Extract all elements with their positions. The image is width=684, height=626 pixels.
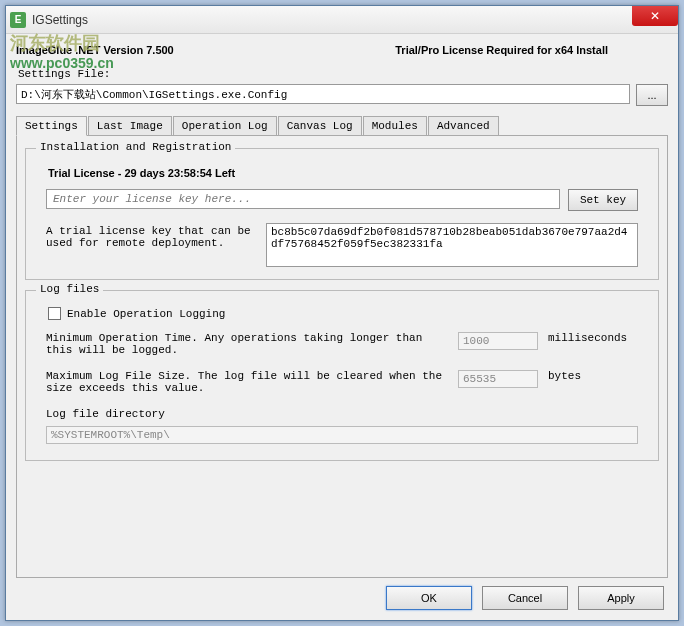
installation-group: Installation and Registration Trial Lice…: [25, 148, 659, 280]
set-key-button[interactable]: Set key: [568, 189, 638, 211]
license-key-input[interactable]: [46, 189, 560, 209]
log-dir-label: Log file directory: [46, 408, 638, 420]
logfiles-group-title: Log files: [36, 283, 103, 295]
tab-modules[interactable]: Modules: [363, 116, 427, 135]
tab-strip: Settings Last Image Operation Log Canvas…: [16, 116, 668, 136]
enable-logging-row: Enable Operation Logging: [48, 307, 646, 320]
log-dir-input[interactable]: [46, 426, 638, 444]
window-title: IGSettings: [32, 13, 88, 27]
trial-desc-text: A trial license key that can be used for…: [46, 223, 256, 267]
ok-button[interactable]: OK: [386, 586, 472, 610]
main-window: E IGSettings ✕ 河东软件园 www.pc0359.cn Image…: [5, 5, 679, 621]
tab-advanced[interactable]: Advanced: [428, 116, 499, 135]
header-row: ImageGlue .NET Version 7.500 Trial/Pro L…: [16, 40, 668, 66]
app-icon-letter: E: [15, 14, 22, 25]
tab-content: Installation and Registration Trial Lice…: [16, 136, 668, 578]
tab-last-image[interactable]: Last Image: [88, 116, 172, 135]
browse-button[interactable]: ...: [636, 84, 668, 106]
settings-file-label: Settings File:: [16, 66, 668, 84]
tab-operation-log[interactable]: Operation Log: [173, 116, 277, 135]
min-time-desc: Minimum Operation Time. Any operations t…: [46, 332, 448, 356]
trial-desc-row: A trial license key that can be used for…: [46, 223, 638, 267]
enable-logging-checkbox[interactable]: [48, 307, 61, 320]
max-size-unit: bytes: [548, 370, 638, 382]
tab-settings[interactable]: Settings: [16, 116, 87, 136]
min-time-unit: milliseconds: [548, 332, 638, 344]
content-area: ImageGlue .NET Version 7.500 Trial/Pro L…: [6, 34, 678, 620]
close-icon: ✕: [650, 9, 660, 23]
trial-notice: Trial/Pro License Required for x64 Insta…: [395, 44, 608, 56]
trial-key-display[interactable]: bc8b5c07da69df2b0f081d578710b28beab051da…: [266, 223, 638, 267]
installation-group-title: Installation and Registration: [36, 141, 235, 153]
version-label: ImageGlue .NET Version 7.500: [16, 44, 174, 56]
titlebar[interactable]: E IGSettings ✕: [6, 6, 678, 34]
cancel-button[interactable]: Cancel: [482, 586, 568, 610]
apply-button[interactable]: Apply: [578, 586, 664, 610]
logfiles-group: Log files Enable Operation Logging Minim…: [25, 290, 659, 461]
max-size-input[interactable]: [458, 370, 538, 388]
max-size-desc: Maximum Log File Size. The log file will…: [46, 370, 448, 394]
license-input-row: Set key: [46, 189, 638, 211]
trial-license-status: Trial License - 29 days 23:58:54 Left: [48, 167, 646, 179]
max-size-row: Maximum Log File Size. The log file will…: [46, 370, 638, 394]
enable-logging-label: Enable Operation Logging: [67, 308, 225, 320]
tab-canvas-log[interactable]: Canvas Log: [278, 116, 362, 135]
close-button[interactable]: ✕: [632, 6, 678, 26]
min-time-input[interactable]: [458, 332, 538, 350]
dialog-buttons: OK Cancel Apply: [16, 578, 668, 610]
settings-file-row: ...: [16, 84, 668, 106]
min-time-row: Minimum Operation Time. Any operations t…: [46, 332, 638, 356]
app-icon: E: [10, 12, 26, 28]
settings-file-input[interactable]: [16, 84, 630, 104]
